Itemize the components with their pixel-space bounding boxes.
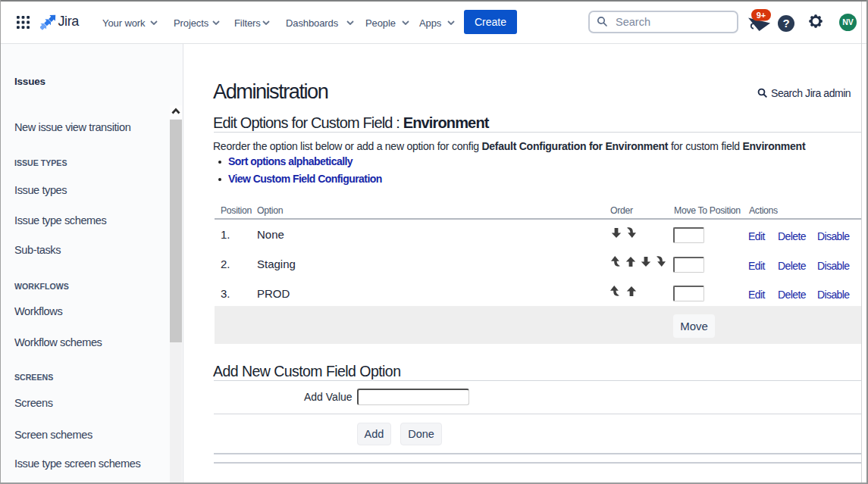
svg-text:9+: 9+ bbox=[757, 11, 766, 20]
